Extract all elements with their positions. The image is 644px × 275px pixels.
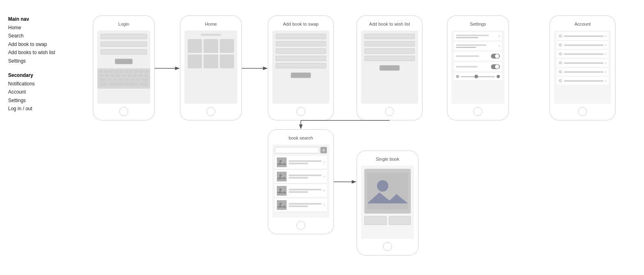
chevron-icon: › xyxy=(324,189,325,193)
phone-single-book-home-btn[interactable] xyxy=(383,242,392,251)
phone-login: Login xyxy=(93,15,155,120)
gear-icon: ⚙ xyxy=(559,52,562,56)
phone-add-book-swap: Add book to swap xyxy=(268,15,334,120)
svg-point-3 xyxy=(279,174,282,177)
phone-home-label: Home xyxy=(180,22,241,26)
phone-add-book-wish: Add book to wish list xyxy=(357,15,423,120)
phone-add-book-wish-home-btn[interactable] xyxy=(385,107,394,116)
phone-book-search: book search + › xyxy=(268,129,334,234)
gear-icon: ⚙ xyxy=(559,43,562,47)
svg-rect-8 xyxy=(367,173,408,210)
main-nav-title: Main nav xyxy=(8,16,90,22)
svg-point-9 xyxy=(377,180,388,192)
phone-book-search-home-btn[interactable] xyxy=(296,221,305,230)
phone-home: Home xyxy=(180,15,242,120)
sidebar-item-add-books-wish[interactable]: Add books to wish list xyxy=(8,48,90,57)
chevron-icon: › xyxy=(605,70,607,74)
svg-rect-4 xyxy=(277,186,287,196)
sidebar-item-settings[interactable]: Settings xyxy=(8,57,90,65)
phone-login-label: Login xyxy=(93,22,154,26)
sidebar: Main nav Home Search Add book to swap Ad… xyxy=(8,16,90,113)
phone-account-label: Account xyxy=(550,22,615,26)
phone-add-book-wish-label: Add book to wish list xyxy=(357,22,422,26)
phone-single-book: Single book xyxy=(357,151,418,255)
phone-settings-label: Settings xyxy=(447,22,508,26)
phone-book-search-label: book search xyxy=(268,135,333,140)
svg-rect-0 xyxy=(277,157,287,167)
chevron-icon: › xyxy=(324,203,325,207)
gear-icon: ⚙ xyxy=(559,61,562,65)
phone-add-book-swap-label: Add book to swap xyxy=(268,22,333,26)
chevron-icon: › xyxy=(324,175,325,179)
svg-point-1 xyxy=(279,160,282,162)
toggle-on[interactable] xyxy=(491,54,500,59)
chevron-icon: › xyxy=(605,43,607,47)
chevron-icon: › xyxy=(324,160,325,164)
phone-add-book-swap-home-btn[interactable] xyxy=(296,107,305,116)
svg-point-7 xyxy=(279,203,282,205)
gear-icon: ⚙ xyxy=(559,70,562,74)
toggle-on-2[interactable] xyxy=(491,64,500,69)
sidebar-item-add-book-swap[interactable]: Add book to swap xyxy=(8,40,90,48)
sidebar-item-account[interactable]: Account xyxy=(8,88,90,96)
svg-rect-2 xyxy=(277,172,287,181)
sidebar-item-login-out[interactable]: Log in / out xyxy=(8,105,90,113)
svg-point-5 xyxy=(279,188,282,191)
chevron-icon: › xyxy=(605,79,607,83)
sidebar-item-notifications[interactable]: Notifications xyxy=(8,80,90,88)
phone-settings-home-btn[interactable] xyxy=(473,107,482,116)
phone-account-home-btn[interactable] xyxy=(578,107,587,116)
chevron-icon: › xyxy=(499,34,500,38)
chevron-icon: › xyxy=(605,61,607,65)
gear-icon: ⚙ xyxy=(559,79,562,83)
secondary-nav-title: Secondary xyxy=(8,72,90,78)
phone-login-home-btn[interactable] xyxy=(119,107,128,116)
gear-icon: ⚙ xyxy=(559,34,562,38)
phone-account: Account ⚙ › ⚙ › ⚙ › ⚙ › xyxy=(550,15,616,120)
phone-home-home-btn[interactable] xyxy=(206,107,215,116)
svg-rect-6 xyxy=(277,200,287,210)
phone-settings: Settings › › xyxy=(447,15,509,120)
chevron-icon: › xyxy=(499,44,500,48)
phone-single-book-label: Single book xyxy=(357,157,418,162)
sidebar-item-search[interactable]: Search xyxy=(8,32,90,40)
sidebar-item-settings2[interactable]: Settings xyxy=(8,96,90,105)
chevron-icon: › xyxy=(605,34,607,38)
sidebar-item-home[interactable]: Home xyxy=(8,24,90,32)
chevron-icon: › xyxy=(605,52,607,56)
